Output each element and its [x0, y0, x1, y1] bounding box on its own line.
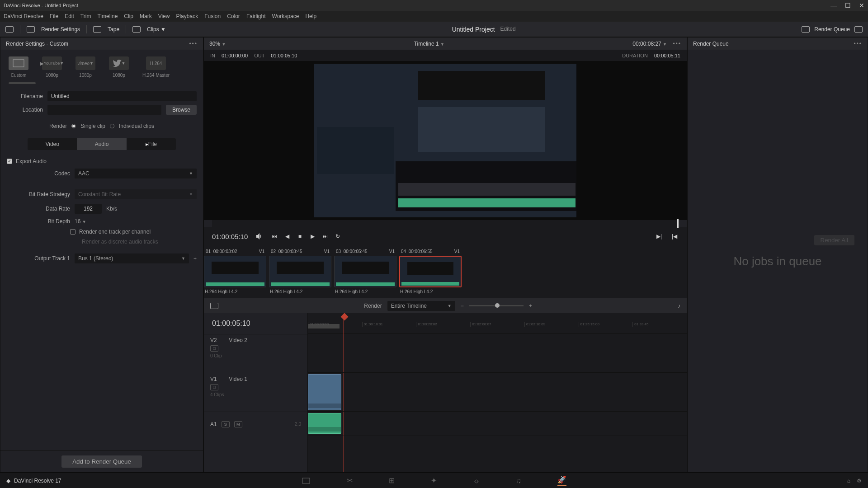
layout-icon[interactable]	[5, 26, 14, 33]
codec-select[interactable]: AAC▼	[75, 169, 197, 178]
menu-item[interactable]: View	[158, 13, 170, 19]
clips-icon[interactable]	[132, 26, 141, 33]
menu-item[interactable]: Fusion	[204, 13, 221, 19]
menu-item[interactable]: Color	[227, 13, 240, 19]
render-settings-icon[interactable]	[27, 26, 35, 33]
window-title: DaVinci Resolve - Untitled Project	[4, 3, 78, 8]
menu-item[interactable]: Fairlight	[246, 13, 266, 19]
queue-options-icon[interactable]: •••	[854, 41, 862, 47]
menu-item[interactable]: File	[50, 13, 58, 19]
menu-item[interactable]: Help	[305, 13, 316, 19]
page-edit[interactable]: ⊞	[389, 476, 395, 485]
mute-button[interactable]: M	[234, 421, 242, 427]
render-one-track-checkbox[interactable]	[70, 229, 75, 235]
timeline-dropdown[interactable]: Timeline 1 ▼	[414, 41, 444, 47]
render-queue-label[interactable]: Render Queue	[814, 26, 850, 33]
layout-right-icon[interactable]	[854, 26, 863, 33]
single-clip-radio[interactable]	[71, 124, 76, 128]
tab-audio[interactable]: Audio	[77, 138, 126, 150]
preset-scrollbar[interactable]	[9, 82, 36, 84]
options-icon[interactable]: •••	[189, 41, 198, 47]
maximize-icon[interactable]: ☐	[845, 2, 851, 9]
stop-button[interactable]: ■	[296, 232, 304, 240]
track-header-v1[interactable]: V1 Video 1 □ 4 Clips	[204, 373, 307, 412]
zoom-slider[interactable]	[469, 305, 524, 306]
export-audio-checkbox[interactable]	[7, 159, 12, 164]
menu-item[interactable]: Trim	[80, 13, 91, 19]
add-to-queue-button[interactable]: Add to Render Queue	[61, 455, 142, 468]
page-deliver[interactable]: 🚀	[557, 475, 566, 486]
scrubber[interactable]	[212, 220, 679, 227]
solo-button[interactable]: S	[222, 421, 230, 427]
settings-gear-icon[interactable]: ⚙	[857, 478, 862, 484]
menu-item[interactable]: Workspace	[272, 13, 299, 19]
menu-item[interactable]: Playback	[176, 13, 198, 19]
preset-twitter[interactable]: ▼ 1080p	[109, 56, 129, 78]
in-tc: 01:00:00:00	[222, 53, 248, 58]
timeline-view-icon[interactable]	[210, 303, 218, 309]
clip-card[interactable]: 04 00:00:06:55V1 H.264 High L4.2	[399, 248, 462, 295]
preset-h264[interactable]: H.264 H.264 Master	[142, 56, 170, 78]
output-track-select[interactable]: Bus 1 (Stereo)▼	[75, 253, 189, 263]
tab-file[interactable]: ▸File	[127, 138, 176, 150]
individual-clips-radio[interactable]	[110, 124, 114, 128]
preset-youtube[interactable]: ▶ YouTube ▼ 1080p	[42, 56, 62, 78]
track-a1-lane[interactable]	[308, 412, 687, 436]
close-icon[interactable]: ✕	[859, 2, 864, 9]
page-color[interactable]: ☼	[473, 477, 480, 485]
clips-dropdown[interactable]: Clips ▼	[147, 26, 166, 33]
location-input[interactable]	[47, 105, 161, 115]
menu-item[interactable]: Edit	[65, 13, 74, 19]
duration-tc: 00:00:05:11	[654, 53, 680, 58]
page-fairlight[interactable]: ♫	[516, 477, 521, 485]
tape-icon[interactable]	[93, 26, 101, 33]
prev-clip-button[interactable]: ⏮	[270, 232, 278, 240]
data-rate-input[interactable]	[75, 204, 102, 214]
tc-dropdown-icon[interactable]: ▼	[663, 42, 667, 47]
page-fusion[interactable]: ✦	[431, 476, 437, 485]
preset-custom[interactable]: Custom	[9, 56, 28, 78]
clip-card[interactable]: 02 00:00:03:45V1 H.264 High L4.2	[269, 248, 331, 295]
timeline-ruler[interactable]: 01:00:00:00 01:00:10:01 01:00:20:02 01:0…	[308, 313, 687, 334]
tape-label[interactable]: Tape	[108, 26, 119, 33]
menu-item[interactable]: DaVinci Resolve	[4, 13, 43, 19]
play-button[interactable]: ▶	[308, 232, 316, 240]
render-range-select[interactable]: Entire Timeline▼	[387, 301, 455, 311]
home-icon[interactable]: ⌂	[847, 478, 850, 484]
tab-video[interactable]: Video	[28, 138, 77, 150]
loop-button[interactable]: ↻	[334, 232, 342, 240]
step-back-button[interactable]: ◀	[283, 232, 291, 240]
volume-icon[interactable]	[255, 232, 263, 240]
page-cut[interactable]: ✂	[347, 476, 353, 485]
render-queue-icon[interactable]	[802, 26, 810, 33]
menu-item[interactable]: Timeline	[97, 13, 118, 19]
viewer-options-icon[interactable]: •••	[673, 41, 681, 47]
playhead[interactable]	[341, 313, 349, 320]
minimize-icon[interactable]: —	[830, 2, 837, 9]
zoom-out-icon[interactable]: −	[461, 303, 464, 309]
menu-item[interactable]: Clip	[124, 13, 133, 19]
page-media[interactable]	[302, 477, 311, 484]
viewer[interactable]	[204, 61, 687, 220]
jump-start-button[interactable]: |◀	[670, 232, 679, 240]
preset-vimeo[interactable]: vimeo▼ 1080p	[75, 56, 95, 78]
music-icon[interactable]: ♪	[678, 303, 680, 309]
track-v1-lane[interactable]	[308, 373, 687, 412]
filename-input[interactable]	[47, 91, 197, 101]
track-header-a1[interactable]: A1 S M 2.0	[204, 412, 307, 436]
zoom-in-icon[interactable]: +	[529, 303, 532, 309]
timeline-audio-clip[interactable]	[308, 413, 341, 434]
track-header-v2[interactable]: V2 Video 2 □ 0 Clip	[204, 334, 307, 373]
jump-end-button[interactable]: ▶|	[655, 232, 663, 240]
timeline-clip[interactable]	[308, 374, 341, 410]
next-clip-button[interactable]: ⏭	[321, 232, 329, 240]
track-v2-lane[interactable]	[308, 334, 687, 373]
add-track-icon[interactable]: +	[193, 255, 197, 262]
bit-depth-select[interactable]: 16 ▼	[75, 218, 86, 225]
menu-item[interactable]: Mark	[140, 13, 152, 19]
render-settings-label[interactable]: Render Settings	[41, 26, 80, 33]
clip-card[interactable]: 03 00:00:05:45V1 H.264 High L4.2	[334, 248, 396, 295]
browse-button[interactable]: Browse	[166, 105, 197, 115]
zoom-dropdown[interactable]: 30% ▼	[209, 41, 226, 47]
clip-card[interactable]: 01 00:00:03:02V1 H.264 High L4.2	[204, 248, 266, 295]
